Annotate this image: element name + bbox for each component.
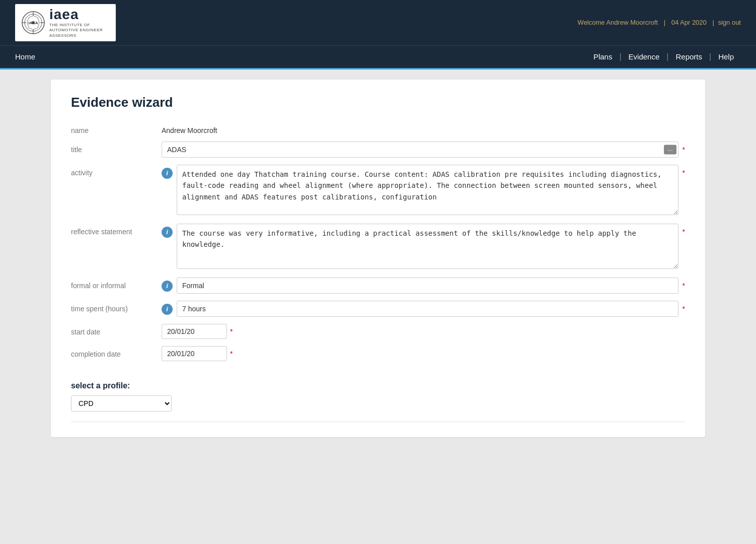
header-top-bar: IAEA iaea THE INSTITUTE OF AUTOMOTIVE EN… (0, 0, 756, 45)
title-required: * (683, 142, 685, 154)
start-date-input[interactable] (162, 324, 227, 339)
form-row-activity: activity i Attended one day Thatcham tra… (71, 165, 685, 217)
nav-left: Home (15, 52, 35, 61)
header-user-info: Welcome Andrew Moorcroft | 04 Apr 2020 |… (576, 19, 741, 26)
emblem-icon: IAEA (21, 11, 45, 35)
completion-date-wrap: * (162, 346, 233, 361)
form-row-title: title ··· * (71, 142, 685, 158)
name-label: name (71, 122, 162, 134)
completion-date-input[interactable] (162, 346, 227, 361)
profile-label: select a profile: (71, 381, 685, 390)
name-value: Andrew Moorcroft (162, 122, 217, 134)
formal-required: * (683, 278, 685, 290)
evidence-wizard-card: Evidence wizard name Andrew Moorcroft ti… (51, 80, 705, 437)
title-input[interactable] (162, 142, 678, 158)
time-with-info: i (162, 301, 678, 317)
header-date: 04 Apr 2020 (671, 19, 707, 26)
completion-date-required: * (230, 350, 233, 358)
welcome-text: Welcome Andrew Moorcroft (578, 19, 658, 26)
completion-date-label: completion date (71, 346, 162, 358)
form-row-start-date: start date * (71, 324, 685, 339)
form-row-formal: formal or informal i * (71, 278, 685, 294)
start-date-field: * (162, 324, 685, 339)
activity-with-info: i Attended one day Thatcham training cou… (162, 165, 678, 217)
sign-out-link[interactable]: sign out (718, 19, 741, 26)
reflective-label: reflective statement (71, 224, 162, 236)
nav-reports[interactable]: Reports (668, 52, 709, 61)
time-input[interactable] (177, 301, 678, 317)
activity-info-icon[interactable]: i (162, 168, 173, 179)
start-date-required: * (230, 327, 233, 335)
activity-required: * (683, 165, 685, 177)
nav-bar: Home Plans | Evidence | Reports | Help (0, 45, 756, 70)
header-separator-2: | (712, 19, 714, 26)
start-date-wrap: * (162, 324, 233, 339)
completion-date-field: * (162, 346, 685, 361)
logo-subtitle: THE INSTITUTE OF AUTOMOTIVE ENGINEER ASS… (49, 23, 110, 38)
start-date-label: start date (71, 324, 162, 336)
title-label: title (71, 142, 162, 154)
page-title: Evidence wizard (71, 95, 685, 110)
nav-home[interactable]: Home (15, 52, 35, 61)
logo-area: IAEA iaea THE INSTITUTE OF AUTOMOTIVE EN… (15, 4, 116, 41)
name-field: Andrew Moorcroft (162, 122, 685, 134)
time-label: time spent (hours) (71, 301, 162, 313)
time-info-icon[interactable]: i (162, 304, 173, 315)
bottom-divider (71, 422, 685, 422)
reflective-with-info: i The course was very informative, inclu… (162, 224, 678, 270)
nav-help[interactable]: Help (711, 52, 741, 61)
profile-section: select a profile: CPD Other (71, 373, 685, 412)
formal-with-info: i (162, 278, 678, 294)
main-content: Evidence wizard name Andrew Moorcroft ti… (0, 70, 756, 447)
profile-select[interactable]: CPD Other (71, 395, 172, 412)
header-separator-1: | (664, 19, 665, 26)
reflective-info-icon[interactable]: i (162, 227, 173, 238)
formal-input-wrapper (177, 278, 678, 294)
reflective-input-wrapper: The course was very informative, includi… (177, 224, 678, 270)
time-required: * (683, 301, 685, 313)
nav-evidence[interactable]: Evidence (622, 52, 667, 61)
nav-plans[interactable]: Plans (586, 52, 620, 61)
logo-text: iaea THE INSTITUTE OF AUTOMOTIVE ENGINEE… (49, 7, 110, 38)
form-row-completion-date: completion date * (71, 346, 685, 361)
formal-info-icon[interactable]: i (162, 281, 173, 292)
activity-textarea[interactable]: Attended one day Thatcham training cours… (177, 165, 678, 215)
title-input-wrapper: ··· (162, 142, 678, 158)
reflective-required: * (683, 224, 685, 236)
form-row-time: time spent (hours) i * (71, 301, 685, 317)
formal-label: formal or informal (71, 278, 162, 290)
form-row-name: name Andrew Moorcroft (71, 122, 685, 134)
formal-input[interactable] (177, 278, 678, 294)
title-dots-button[interactable]: ··· (664, 145, 676, 154)
nav-right: Plans | Evidence | Reports | Help (586, 52, 741, 61)
activity-input-wrapper: Attended one day Thatcham training cours… (177, 165, 678, 217)
title-field: ··· (162, 142, 678, 158)
activity-field: i Attended one day Thatcham training cou… (162, 165, 678, 217)
time-input-wrapper (177, 301, 678, 317)
svg-text:IAEA: IAEA (28, 21, 38, 25)
logo-name: iaea (49, 7, 110, 23)
reflective-textarea[interactable]: The course was very informative, includi… (177, 224, 678, 269)
time-field: i (162, 301, 678, 317)
formal-field: i (162, 278, 678, 294)
reflective-field: i The course was very informative, inclu… (162, 224, 678, 270)
activity-label: activity (71, 165, 162, 177)
form-row-reflective: reflective statement i The course was ve… (71, 224, 685, 270)
